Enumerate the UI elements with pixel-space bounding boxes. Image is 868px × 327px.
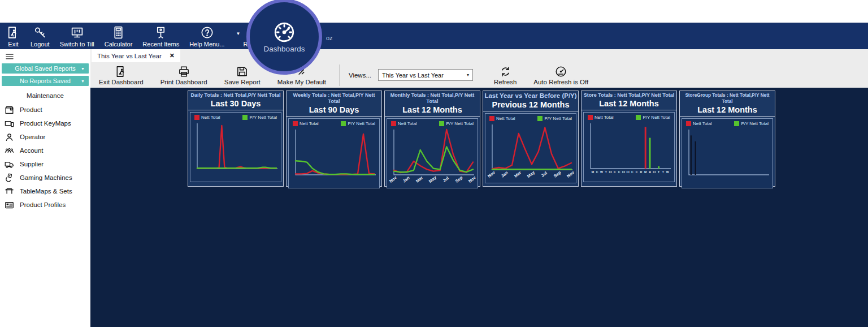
toolbar-item-recent-items[interactable]: Recent Items [137, 23, 184, 49]
x-axis-label: M [644, 170, 646, 174]
legend-item: P/Y Nett Total [636, 115, 670, 120]
chart-header: Last Year vs Year Before (P/Y)Previous 1… [483, 91, 578, 111]
exit-dashboard-button[interactable]: Exit Dashboard [90, 65, 152, 85]
x-axis-label: Jan [402, 175, 411, 183]
help-icon [200, 25, 214, 40]
tab-this-year-vs-last-year[interactable]: This Year vs Last Year ✕ [92, 49, 180, 62]
account-icon [4, 145, 15, 156]
sidebar-item-product-profiles[interactable]: Product Profiles [0, 198, 90, 212]
chart-body: Nett TotalP/Y Nett TotalNovJanMarMayJulS… [485, 113, 576, 183]
chart-subtitle: Last 12 Months [680, 105, 775, 116]
sidebar-item-label: TableMaps & Sets [20, 188, 72, 195]
chart-panel-last-12-months-4[interactable]: Store Totals : Nett Total,P/Y Nett Total… [581, 91, 677, 187]
toolbar-item-calculator[interactable]: Calculator [99, 23, 138, 49]
chart-panel-last-12-months-2[interactable]: Monthly Totals : Nett Total,P/Y Nett Tot… [384, 91, 480, 187]
chart-body: Nett TotalP/Y Nett Total [288, 118, 380, 188]
legend-label: Nett Total [398, 121, 417, 126]
toolbar-separator [339, 64, 340, 86]
chart-subtitle: Last 30 Days [188, 98, 283, 110]
printer-icon [177, 65, 190, 78]
chart-legend: Nett TotalP/Y Nett Total [289, 119, 379, 126]
chart-title: Weekly Totals : Nett Total,P/Y Nett Tota… [287, 92, 381, 105]
button-label: Print Dashboard [160, 79, 207, 85]
x-axis-label: T [662, 170, 665, 174]
x-axis-label: R [640, 170, 643, 174]
views-select[interactable]: This Year vs Last Year▾ [378, 69, 473, 81]
legend-label: Nett Total [496, 116, 515, 121]
auto-refresh-is-off-button[interactable]: Auto Refresh is Off [525, 65, 597, 85]
sidebar-item-tablemaps-sets[interactable]: TableMaps & Sets [0, 184, 90, 198]
hamburger-menu-icon[interactable] [4, 51, 16, 62]
tab-close-icon[interactable]: ✕ [170, 52, 175, 59]
button-label: Refresh [494, 79, 517, 85]
x-axis-label: B [649, 170, 651, 174]
legend-item: Nett Total [194, 115, 220, 120]
chart-panel-last-12-months-5[interactable]: StoreGroup Totals : Nett Total,P/Y Nett … [679, 91, 775, 187]
global-saved-reports-dropdown[interactable]: Global Saved Reports ▼ [2, 63, 89, 74]
chart-panel-last-30-days-0[interactable]: Daily Totals : Nett Total,P/Y Nett Total… [188, 91, 284, 187]
sidebar-item-label: Product KeyMaps [20, 120, 71, 127]
sidebar-item-supplier[interactable]: Supplier [0, 157, 90, 171]
legend-swatch-red [686, 121, 691, 126]
x-axis-label: Nov [388, 175, 398, 184]
dashboards-button-callout[interactable]: Dashboards [246, 0, 322, 75]
x-axis-label: CI [627, 170, 630, 174]
sidebar-item-label: Account [20, 147, 44, 154]
chart-title: Store Totals : Nett Total,P/Y Nett Total [581, 92, 676, 98]
chart-panel-previous-12-months-3[interactable]: Last Year vs Year Before (P/Y)Previous 1… [483, 91, 579, 187]
exit-dashboard-icon [115, 65, 128, 78]
sidebar-item-account[interactable]: Account [0, 144, 90, 157]
x-axis-label: T [605, 170, 607, 174]
print-dashboard-button[interactable]: Print Dashboard [152, 65, 216, 85]
saved-reports-dropdown[interactable]: No Reports Saved ▼ [2, 76, 89, 86]
legend-swatch-green [734, 121, 739, 126]
legend-swatch-green [636, 115, 641, 120]
sidebar-item-label: Product [20, 106, 42, 113]
chart-subtitle: Previous 12 Months [483, 100, 578, 111]
legend-item: Nett Total [588, 115, 614, 120]
dashboard-canvas: Daily Totals : Nett Total,P/Y Nett Total… [90, 89, 868, 327]
legend-item: Nett Total [293, 121, 319, 126]
legend-label: P/Y Nett Total [249, 115, 277, 120]
sidebar-item-label: Operator [20, 134, 45, 140]
legend-swatch-red [293, 121, 298, 126]
toolbar-item-exit[interactable]: Exit [1, 23, 25, 49]
legend-item: P/Y Nett Total [537, 116, 572, 121]
gaming-machines-icon [4, 173, 15, 183]
toolbar-item-label: Recent Items [142, 41, 179, 48]
sidebar-item-operator[interactable]: Operator [0, 130, 90, 144]
chart-body: Nett TotalP/Y Nett TotalNovJanMarMayJulS… [387, 118, 478, 188]
sidebar-item-product-keymaps[interactable]: Product KeyMaps [0, 117, 90, 130]
chart-legend: Nett TotalP/Y Nett Total [485, 114, 576, 121]
legend-label: P/Y Nett Total [446, 121, 474, 126]
x-axis-label: Jan [500, 170, 509, 178]
sidebar-item-gaming-machines[interactable]: Gaming Machines [0, 171, 90, 184]
legend-item: Nett Total [391, 121, 417, 126]
chart-plot: NovJanMarMayJulSepNov [387, 127, 478, 184]
x-axis-label: C [636, 170, 638, 174]
views-select-value: This Year vs Last Year [382, 72, 444, 79]
chart-panel-last-90-days-1[interactable]: Weekly Totals : Nett Total,P/Y Nett Tota… [286, 91, 382, 187]
x-axis-label: May [526, 169, 536, 179]
legend-item: P/Y Nett Total [439, 121, 474, 126]
chart-title: Monthly Totals : Nett Total,P/Y Nett Tot… [385, 92, 480, 105]
toolbar-item-help-menu[interactable]: ▼Help Menu... [184, 23, 238, 49]
toolbar-item-switch-to-till[interactable]: Switch to Till [55, 23, 99, 49]
chevron-down-icon[interactable]: ▾ [463, 72, 472, 78]
legend-label: Nett Total [300, 121, 319, 126]
maintenance-menu: ProductProduct KeyMapsOperatorAccountSup… [0, 103, 90, 212]
partial-label: oz [326, 35, 333, 41]
save-report-button[interactable]: Save Report [216, 65, 269, 85]
views-label: Views... [349, 72, 371, 79]
x-axis-label: Sep [553, 170, 562, 179]
x-axis-label: May [428, 174, 438, 184]
x-axis-label: CI [622, 170, 626, 174]
key-icon [33, 25, 47, 40]
toolbar-item-logout[interactable]: Logout [25, 23, 55, 49]
button-label: Exit Dashboard [99, 79, 144, 85]
button-label: Make My Default [277, 79, 326, 85]
sidebar-item-product[interactable]: Product [0, 103, 90, 117]
chart-title: Last Year vs Year Before (P/Y) [483, 92, 578, 100]
refresh-button[interactable]: Refresh [485, 65, 525, 85]
dashboards-label: Dashboards [264, 45, 305, 53]
